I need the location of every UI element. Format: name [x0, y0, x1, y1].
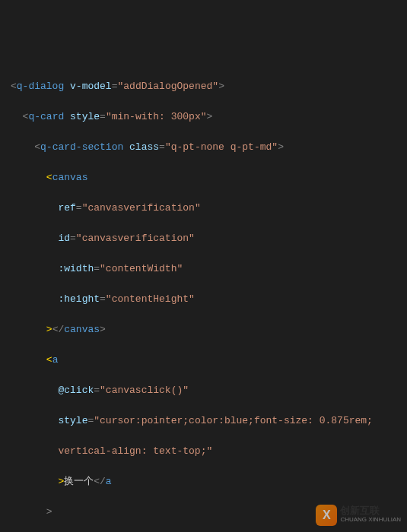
- code-line[interactable]: <q-card-section class="q-pt-none q-pt-md…: [0, 140, 407, 155]
- watermark-text: 创新互联 CHUANG XINHULIAN: [340, 506, 401, 524]
- code-line[interactable]: >换一个</a: [0, 474, 407, 489]
- code-line[interactable]: style="cursor:pointer;color:blue;font-si…: [0, 413, 407, 429]
- code-line[interactable]: <q-card style="min-with: 300px">: [0, 109, 407, 125]
- code-line[interactable]: <q-dialog v-model="addDialogOpened">: [0, 79, 407, 94]
- code-line[interactable]: ref="canvasverification": [0, 201, 407, 216]
- watermark: 创新互联 CHUANG XINHULIAN: [316, 505, 401, 526]
- code-line[interactable]: ></canvas>: [0, 322, 407, 337]
- watermark-logo-icon: [316, 505, 337, 526]
- code-line[interactable]: <a: [0, 353, 407, 368]
- code-line[interactable]: :width="contentWidth": [0, 261, 407, 277]
- code-line[interactable]: :height="contentHeight": [0, 292, 407, 307]
- watermark-cn: 创新互联: [340, 506, 401, 515]
- code-line[interactable]: id="canvasverification": [0, 231, 407, 246]
- watermark-en: CHUANG XINHULIAN: [340, 515, 401, 524]
- code-line[interactable]: @click="canvasclick()": [0, 383, 407, 398]
- code-editor[interactable]: <q-dialog v-model="addDialogOpened"> <q-…: [0, 61, 407, 532]
- code-line[interactable]: vertical-align: text-top;": [0, 444, 407, 459]
- code-line[interactable]: <canvas: [0, 170, 407, 185]
